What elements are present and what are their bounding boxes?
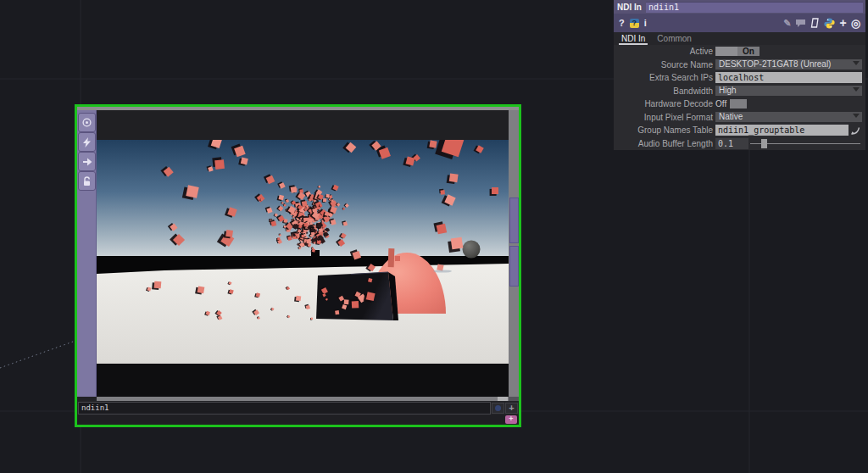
node-footer: + <box>77 415 519 425</box>
param-row-input-pixel-format: Input Pixel Format Native <box>614 111 865 125</box>
source-name-dropdown[interactable]: DESKTOP-2T1GAT8 (Unreal) <box>715 59 862 70</box>
param-label: Hardware Decode <box>614 99 715 109</box>
ndi-in-node[interactable]: ndiin1 + + <box>75 104 521 427</box>
cook-pulse-icon[interactable] <box>78 132 96 152</box>
node-color-dot-icon <box>495 405 501 411</box>
parameter-panel: NDI In ndiin1 ? ? i ✎ + ◎ <box>614 0 865 150</box>
display-flag-icon[interactable] <box>78 113 96 132</box>
viewer-toolbar <box>77 110 97 397</box>
chevron-down-icon <box>853 61 860 65</box>
param-row-audio-buffer-length: Audio Buffer Length 0.1 <box>614 137 865 151</box>
param-row-source-name: Source Name DESKTOP-2T1GAT8 (Unreal) <box>614 58 865 72</box>
target-icon[interactable]: ◎ <box>851 17 860 30</box>
param-row-group-names-table: Group Names Table ndiin1_grouptable <box>614 124 865 137</box>
param-label: Extra Search IPs <box>614 73 715 82</box>
param-label: Audio Buffer Length <box>614 139 715 148</box>
language-flag-icon[interactable] <box>810 18 820 28</box>
node-name-field[interactable]: ndiin1 <box>78 402 491 415</box>
parameter-rows: Active On Source Name DESKTOP-2T1GAT8 (U… <box>614 45 865 150</box>
python-icon[interactable] <box>824 18 835 29</box>
hardware-decode-state: Off <box>715 99 726 109</box>
param-row-active: Active On <box>614 45 865 58</box>
group-names-table-field[interactable]: ndiin1_grouptable <box>715 125 849 136</box>
add-parameter-icon[interactable]: + <box>839 16 846 30</box>
export-arrow-icon[interactable] <box>78 152 96 171</box>
parameter-tabs: NDI In Common <box>614 32 865 45</box>
lock-icon[interactable] <box>78 171 96 191</box>
viewer-vertical-scrollbar[interactable] <box>509 110 519 397</box>
comment-icon[interactable] <box>795 19 806 28</box>
panel-header: NDI In ndiin1 <box>614 0 865 14</box>
scene-letterbox-top <box>97 110 509 140</box>
operator-pick-icon[interactable] <box>849 125 862 136</box>
input-pixel-format-dropdown[interactable]: Native <box>715 112 862 122</box>
plus-icon: + <box>509 403 514 412</box>
node-add-button[interactable]: + <box>505 403 518 414</box>
node-color-button[interactable] <box>492 403 504 414</box>
param-row-extra-search-ips: Extra Search IPs localhost <box>614 71 865 85</box>
node-help-icon[interactable]: ? <box>630 19 639 28</box>
node-input-wire <box>0 341 75 368</box>
touchdesigner-network-editor: ndiin1 + + NDI In ndiin1 ? ? i ✎ <box>0 0 868 473</box>
audio-buffer-length-value[interactable]: 0.1 <box>715 138 748 149</box>
edit-comment-icon[interactable]: ✎ <box>783 18 791 29</box>
audio-buffer-length-slider[interactable] <box>750 138 862 149</box>
param-label: Source Name <box>614 60 715 70</box>
node-footer-add-button[interactable]: + <box>505 415 517 424</box>
help-icon[interactable]: ? <box>619 18 625 28</box>
op-type-label: NDI In <box>614 3 646 12</box>
param-row-bandwidth: Bandwidth High <box>614 85 865 98</box>
chevron-down-icon <box>853 87 860 92</box>
param-label: Input Pixel Format <box>614 113 715 122</box>
bandwidth-dropdown[interactable]: High <box>715 86 862 96</box>
tab-ndi-in[interactable]: NDI In <box>617 34 649 45</box>
info-icon[interactable]: i <box>644 18 647 28</box>
param-row-hardware-decode: Hardware Decode Off <box>614 97 865 111</box>
hardware-decode-toggle[interactable] <box>730 99 747 109</box>
viewer-scene <box>97 110 509 397</box>
param-label: Active <box>614 47 715 56</box>
scene-sphere <box>463 241 481 259</box>
tab-common[interactable]: Common <box>653 34 696 45</box>
extra-search-ips-field[interactable]: localhost <box>715 72 862 83</box>
active-toggle[interactable] <box>715 47 737 56</box>
scene-letterbox-bottom <box>97 364 509 397</box>
scrollbar-handle[interactable] <box>509 246 519 287</box>
scrollbar-handle[interactable] <box>509 198 519 243</box>
node-name-row: ndiin1 + <box>77 401 519 415</box>
active-toggle-state[interactable]: On <box>737 47 760 56</box>
slider-handle[interactable] <box>761 139 767 148</box>
panel-icon-bar: ? ? i ✎ + ◎ <box>614 14 865 32</box>
param-label: Bandwidth <box>614 86 715 96</box>
param-label: Group Names Table <box>614 125 715 135</box>
node-viewer[interactable] <box>97 110 509 397</box>
chevron-down-icon <box>853 114 860 118</box>
op-name-field[interactable]: ndiin1 <box>646 2 863 13</box>
